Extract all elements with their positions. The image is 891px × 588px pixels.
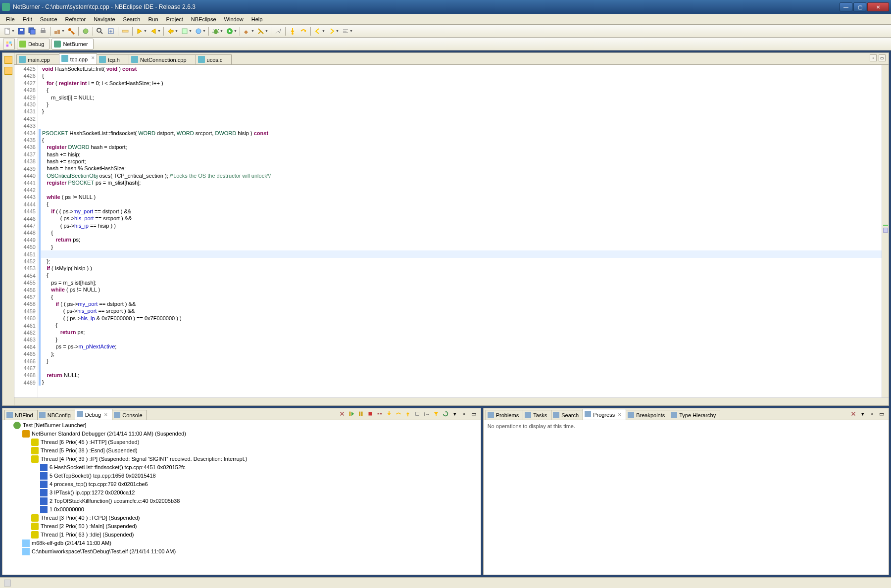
editor-horizontal-scrollbar[interactable] [14, 397, 889, 405]
view-tab-breakpoints[interactable]: Breakpoints [626, 410, 669, 420]
menu-search[interactable]: Search [119, 15, 145, 23]
editor-tab-NetConnection-cpp[interactable]: NetConnection.cpp [129, 54, 196, 64]
menu-edit[interactable]: Edit [19, 15, 36, 23]
open-type-button[interactable] [80, 26, 91, 37]
menu-file[interactable]: File [2, 15, 19, 23]
close-button[interactable]: ✕ [867, 2, 889, 11]
menu-refactor[interactable]: Refactor [61, 15, 90, 23]
dbg-use-step-filters-button[interactable] [432, 410, 440, 418]
profile-button[interactable] [255, 26, 266, 37]
new-cpp-class-button[interactable] [193, 26, 204, 37]
open-perspective-button[interactable]: + [3, 39, 15, 49]
build-all-button[interactable] [52, 26, 63, 37]
open-element-button[interactable] [179, 26, 190, 37]
last-edit-button[interactable] [165, 26, 176, 37]
progress-view-menu[interactable]: ▾ [859, 410, 867, 418]
progress-remove-all-button[interactable] [849, 410, 857, 418]
editor-tab-tcp-cpp[interactable]: tcp.cpp✕ [59, 53, 97, 64]
dbg-step-over-button[interactable] [395, 410, 402, 418]
debug-stack-frame-2[interactable]: 4 process_tcp() tcp.cpp:792 0x0201cbe6 [4, 480, 479, 489]
debug-thread-after-2[interactable]: Thread [1 Prio( 63 ) :Idle] (Suspended) [4, 531, 479, 539]
tab-close-icon[interactable]: ✕ [91, 55, 95, 60]
tab-close-icon[interactable]: ✕ [618, 412, 622, 417]
view-tab-type-hierarchy[interactable]: Type Hierarchy [669, 410, 720, 420]
code-editor[interactable]: 4425442644274428442944304431443244334434… [14, 64, 889, 397]
view-tab-nbfind[interactable]: NBFind [4, 410, 38, 420]
view-tab-debug[interactable]: Debug✕ [75, 409, 112, 420]
editor-maximize-icon[interactable]: ▭ [879, 54, 886, 61]
dbg-max-icon[interactable]: ▭ [470, 410, 478, 418]
debug-thread-after-1[interactable]: Thread [2 Prio( 50 ) :Main] (Suspended) [4, 522, 479, 531]
perspective-debug[interactable]: Debug [17, 39, 50, 49]
dbg-resume-button[interactable] [347, 410, 355, 418]
menu-project[interactable]: Project [162, 15, 187, 23]
dbg-view-menu-button[interactable]: ▾ [451, 410, 459, 418]
debug-debugger[interactable]: NetBurner Standard Debugger (2/14/14 11:… [4, 430, 479, 438]
save-all-button[interactable] [27, 26, 38, 37]
dbg-suspend-button[interactable] [357, 410, 365, 418]
editor-tab-main-cpp[interactable]: main.cpp [16, 54, 59, 64]
view-tab-problems[interactable]: Problems [486, 410, 523, 420]
save-button[interactable] [16, 26, 27, 37]
dbg-step-return-button[interactable] [404, 410, 412, 418]
debug-thread-0[interactable]: Thread [6 Prio( 45 ) :HTTP] (Suspended) [4, 438, 479, 446]
gutter-icon-1[interactable] [4, 56, 12, 64]
prev-annotation-button[interactable] [148, 26, 159, 37]
menu-help[interactable]: Help [248, 15, 267, 23]
dbg-restart-button[interactable] [442, 410, 449, 418]
new-button[interactable] [2, 26, 13, 37]
search-button[interactable] [95, 26, 105, 37]
debug-thread-1[interactable]: Thread [5 Prio( 38 ) :Esnd] (Suspended) [4, 446, 479, 455]
menu-navigate[interactable]: Navigate [90, 15, 119, 23]
view-tab-progress[interactable]: Progress✕ [583, 409, 626, 420]
debug-button[interactable] [210, 26, 221, 37]
progress-max-icon[interactable]: ▭ [878, 410, 886, 418]
remove-terminated-button[interactable] [338, 410, 346, 418]
debug-thread-2[interactable]: Thread [4 Prio( 39 ) :IP] (Suspended: Si… [4, 455, 479, 463]
back-button[interactable] [312, 26, 323, 37]
toggle-breadcrumb-button[interactable] [120, 26, 131, 37]
editor-tab-ucos-c[interactable]: ucos.c [196, 54, 232, 64]
progress-min-icon[interactable]: ▫ [868, 410, 876, 418]
debug-stack-frame-4[interactable]: 2 TopOfStackKillfunction() ucosmcfc.c:40… [4, 497, 479, 505]
debug-stack-frame-3[interactable]: 3 IPTask() ip.cpp:1272 0x0200ca12 [4, 489, 479, 497]
view-tab-console[interactable]: Console [112, 410, 147, 420]
debug-stack-frame-5[interactable]: 1 0x00000000 [4, 505, 479, 514]
forward-button[interactable] [326, 26, 337, 37]
perspective-netburner[interactable]: NetBurner [51, 39, 93, 49]
dbg-min-icon[interactable]: ▫ [460, 410, 468, 418]
run-button[interactable] [224, 26, 235, 37]
dbg-drop-frame-button[interactable] [413, 410, 421, 418]
debug-thread-after-0[interactable]: Thread [3 Prio( 40 ) :TCPD] (Suspended) [4, 514, 479, 522]
menu-nbeclipse[interactable]: NBEclipse [187, 15, 220, 23]
step-into-button[interactable] [287, 26, 298, 37]
editor-minimize-icon[interactable]: ▫ [870, 54, 877, 61]
toggle-mark-button[interactable] [105, 26, 116, 37]
build-project-button[interactable] [66, 26, 77, 37]
debug-launch[interactable]: Test [NetBurner Launcher] [4, 421, 479, 430]
editor-tab-tcp-h[interactable]: tcp.h [97, 54, 129, 64]
pin-editor-button[interactable] [273, 26, 284, 37]
menu-window[interactable]: Window [220, 15, 248, 23]
view-tab-search[interactable]: Search [551, 410, 583, 420]
menu-run[interactable]: Run [144, 15, 162, 23]
print-button[interactable] [38, 26, 49, 37]
goto-line-button[interactable] [340, 26, 351, 37]
status-icon[interactable] [4, 580, 11, 587]
debug-elf[interactable]: C:\nburn\workspace\Test\Debug\Test.elf (… [4, 547, 479, 556]
debug-view-body[interactable]: Test [NetBurner Launcher]NetBurner Stand… [2, 420, 481, 575]
dbg-disconnect-button[interactable] [376, 410, 384, 418]
next-annotation-button[interactable] [134, 26, 145, 37]
debug-stack-frame-0[interactable]: 6 HashSocketList::findsocket() tcp.cpp:4… [4, 463, 479, 472]
ext-tools-button[interactable] [242, 26, 252, 37]
debug-gdb[interactable]: m68k-elf-gdb (2/14/14 11:00 AM) [4, 539, 479, 547]
step-over-button[interactable] [298, 26, 309, 37]
minimize-button[interactable]: — [840, 2, 852, 11]
overview-ruler[interactable] [882, 65, 889, 397]
maximize-button[interactable]: ▢ [853, 2, 866, 11]
view-tab-tasks[interactable]: Tasks [523, 410, 551, 420]
dbg-step-into-button[interactable] [385, 410, 393, 418]
gutter-icon-2[interactable] [4, 67, 12, 75]
tab-close-icon[interactable]: ✕ [104, 412, 108, 417]
dbg-instr-step-button[interactable]: i→ [423, 410, 431, 418]
